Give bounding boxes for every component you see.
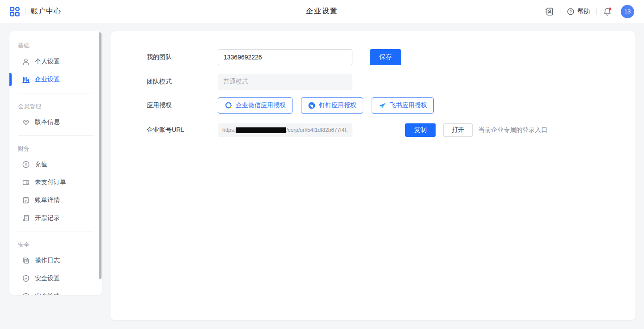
wecom-auth-label: 企业微信应用授权 xyxy=(236,101,286,110)
log-icon xyxy=(22,257,30,265)
wecom-auth-button[interactable]: 企业微信应用授权 xyxy=(218,97,292,114)
copy-url-button[interactable]: 复制 xyxy=(405,123,436,137)
sidebar-section-finance: 财务 xyxy=(9,145,102,152)
feishu-auth-button[interactable]: 飞书应用授权 xyxy=(372,97,434,114)
bill-icon: ¥ xyxy=(22,196,30,204)
sidebar-divider xyxy=(18,93,93,93)
sidebar-item-label: 版本信息 xyxy=(35,118,60,126)
sidebar-divider xyxy=(18,232,93,232)
active-indicator xyxy=(9,73,12,86)
feishu-auth-label: 飞书应用授权 xyxy=(390,101,427,110)
team-name-input[interactable] xyxy=(218,49,352,65)
wallet-icon xyxy=(22,178,30,186)
sidebar-item-security-policy[interactable]: 安全策略 xyxy=(9,287,102,295)
sidebar-item-label: 个人设置 xyxy=(35,58,60,66)
page-title: 企业设置 xyxy=(306,7,338,16)
sidebar-item-operation-log[interactable]: 操作日志 xyxy=(9,252,102,270)
svg-text:¥: ¥ xyxy=(25,162,27,167)
app-grid-logo-icon[interactable] xyxy=(10,7,20,17)
sidebar-item-bill-details[interactable]: ¥ 账单详情 xyxy=(9,191,102,209)
sidebar-divider xyxy=(18,135,93,136)
app-title: 账户中心 xyxy=(31,7,61,16)
corp-url-hint: 当前企业专属的登录入口 xyxy=(479,126,547,134)
app-auth-label: 应用授权 xyxy=(147,101,218,110)
url-suffix: /corp/url/54f1df82b677f4f... xyxy=(286,127,348,133)
enterprise-settings-panel: 我的团队 保存 团队模式 应用授权 企业微信应用授权 xyxy=(110,31,636,320)
top-header: 账户中心 企业设置 ? 帮助 13 xyxy=(0,0,644,23)
feishu-icon xyxy=(378,101,386,110)
corp-url-label: 企业账号URL xyxy=(147,126,218,134)
header-divider xyxy=(560,8,560,15)
save-button[interactable]: 保存 xyxy=(370,49,401,65)
my-team-row: 我的团队 保存 xyxy=(147,49,636,65)
sidebar-item-enterprise-settings[interactable]: 企业设置 xyxy=(9,71,102,89)
header-divider xyxy=(25,8,25,15)
sidebar-item-invoice-records[interactable]: 开票记录 xyxy=(9,209,102,227)
sidebar-item-label: 安全设置 xyxy=(35,274,60,283)
sidebar-item-label: 账单详情 xyxy=(35,196,60,204)
open-url-button[interactable]: 打开 xyxy=(443,123,473,137)
shield-check-icon xyxy=(22,274,30,283)
dingtalk-icon xyxy=(308,101,316,110)
yen-circle-icon: ¥ xyxy=(22,160,30,169)
sidebar-scrollbar[interactable] xyxy=(99,32,102,279)
sidebar-item-label: 充值 xyxy=(35,160,47,169)
contacts-icon[interactable] xyxy=(545,7,554,16)
help-button[interactable]: ? 帮助 xyxy=(567,8,590,16)
sidebar-section-basic: 基础 xyxy=(9,42,102,49)
gem-icon xyxy=(22,118,30,126)
sidebar-section-membership: 会员管理 xyxy=(9,103,102,110)
help-label: 帮助 xyxy=(577,8,590,16)
my-team-label: 我的团队 xyxy=(147,53,218,61)
sidebar-item-security-settings[interactable]: 安全设置 xyxy=(9,270,102,287)
app-auth-row: 应用授权 企业微信应用授权 xyxy=(147,97,636,114)
person-icon xyxy=(22,58,30,66)
sidebar-item-label: 企业设置 xyxy=(35,76,60,84)
url-redaction-bar xyxy=(236,127,286,133)
question-circle-icon: ? xyxy=(567,8,575,16)
avatar[interactable]: 13 xyxy=(621,5,634,18)
sidebar-section-security: 安全 xyxy=(9,241,102,249)
sidebar-item-label: 未支付订单 xyxy=(35,178,66,186)
dingtalk-auth-label: 钉钉应用授权 xyxy=(319,101,356,110)
sidebar-item-label: 安全策略 xyxy=(35,292,60,295)
sidebar-item-personal-settings[interactable]: 个人设置 xyxy=(9,53,102,71)
dingtalk-auth-button[interactable]: 钉钉应用授权 xyxy=(301,97,363,114)
header-divider xyxy=(596,8,597,15)
url-prefix: https: xyxy=(222,127,235,133)
notification-badge-dot xyxy=(609,7,611,10)
sidebar-item-label: 开票记录 xyxy=(35,214,60,222)
receipt-icon xyxy=(22,214,30,222)
team-mode-field xyxy=(218,74,352,90)
building-icon xyxy=(22,76,30,84)
team-mode-label: 团队模式 xyxy=(147,78,218,86)
corp-url-field[interactable]: https: /corp/url/54f1df82b677f4f... xyxy=(218,123,352,137)
sidebar-item-version-info[interactable]: 版本信息 xyxy=(9,113,102,131)
sidebar: 基础 个人设置 企业设置 xyxy=(9,31,102,295)
wecom-icon xyxy=(225,101,233,110)
corp-url-row: 企业账号URL https: /corp/url/54f1df82b677f4f… xyxy=(147,123,636,137)
svg-text:?: ? xyxy=(569,9,572,14)
sidebar-item-recharge[interactable]: ¥ 充值 xyxy=(9,156,102,173)
policy-icon xyxy=(22,292,30,295)
sidebar-item-unpaid-orders[interactable]: 未支付订单 xyxy=(9,173,102,191)
team-mode-row: 团队模式 xyxy=(147,74,636,90)
notification-bell-icon[interactable] xyxy=(603,7,612,16)
sidebar-item-label: 操作日志 xyxy=(35,257,60,265)
